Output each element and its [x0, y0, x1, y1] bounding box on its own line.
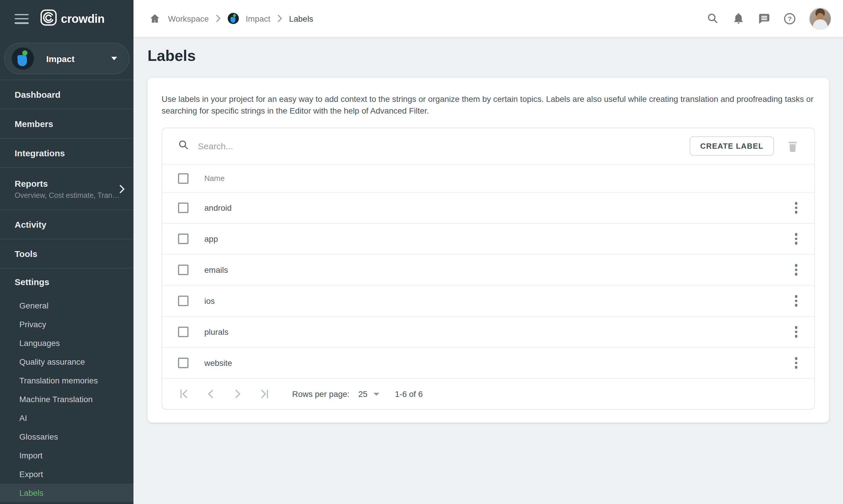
search-icon[interactable] — [706, 12, 719, 25]
sidebar-item-general[interactable]: General — [0, 296, 133, 315]
sidebar-item-labels[interactable]: Labels — [0, 484, 133, 502]
table-row: ios — [162, 286, 814, 317]
prev-page-icon[interactable] — [205, 388, 217, 400]
crowdin-wordmark: crowdin — [61, 12, 105, 25]
label-name: emails — [204, 265, 228, 274]
pagination: Rows per page: 25 1-6 of 6 — [162, 379, 814, 409]
chevron-down-icon — [111, 57, 117, 60]
breadcrumb-workspace[interactable]: Workspace — [168, 14, 209, 23]
sidebar-item-quality-assurance[interactable]: Quality assurance — [0, 353, 133, 371]
search-icon — [178, 139, 189, 153]
rows-per-page-label: Rows per page: — [292, 389, 349, 399]
settings-header: Settings — [0, 276, 133, 289]
table-row: website — [162, 348, 814, 379]
user-avatar[interactable] — [809, 7, 831, 30]
row-menu-icon[interactable] — [790, 325, 803, 338]
column-header-name: Name — [204, 174, 225, 183]
chevron-right-icon — [120, 184, 125, 193]
last-page-icon[interactable] — [259, 388, 270, 400]
table-row: android — [162, 193, 814, 223]
labels-description: Use labels in your project for an easy w… — [162, 94, 815, 116]
pagination-controls — [178, 388, 270, 400]
first-page-icon[interactable] — [178, 388, 190, 400]
sidebar-item-export[interactable]: Export — [0, 465, 133, 484]
search-field — [178, 139, 689, 153]
app-window: crowdin Workspace Impact Labels — [0, 0, 843, 504]
help-icon[interactable]: ? — [783, 12, 796, 25]
table-row: app — [162, 223, 814, 255]
sidebar-item-integrations[interactable]: Integrations — [0, 139, 133, 168]
sidebar: Impact Dashboard Members Integrations Re… — [0, 37, 133, 504]
crowdin-mark-icon — [40, 10, 57, 28]
project-switcher[interactable]: Impact — [4, 43, 129, 74]
topbar-actions: ? — [706, 7, 843, 30]
label-name: plurals — [204, 327, 229, 337]
sidebar-item-privacy[interactable]: Privacy — [0, 315, 133, 334]
label-name: android — [204, 203, 232, 213]
table-row: plurals — [162, 317, 814, 348]
rows-per-page-select[interactable]: 25 — [358, 389, 379, 399]
chevron-right-icon — [216, 15, 221, 22]
row-checkbox[interactable] — [178, 358, 189, 368]
breadcrumb-current: Labels — [289, 14, 313, 23]
sidebar-item-reports[interactable]: Reports Overview, Cost estimate, Transl.… — [0, 168, 133, 210]
chat-icon[interactable] — [757, 12, 770, 25]
labels-card: Use labels in your project for an easy w… — [147, 78, 829, 422]
menu-icon[interactable] — [15, 14, 29, 24]
sidebar-item-members[interactable]: Members — [0, 109, 133, 139]
row-menu-icon[interactable] — [790, 232, 803, 245]
row-menu-icon[interactable] — [790, 201, 803, 214]
row-checkbox[interactable] — [178, 295, 189, 306]
create-label-button[interactable]: CREATE LABEL — [689, 137, 774, 156]
sidebar-item-languages[interactable]: Languages — [0, 334, 133, 353]
sidebar-item-translation-memories[interactable]: Translation memories — [0, 371, 133, 390]
reports-subtitle: Overview, Cost estimate, Transl... — [15, 192, 123, 200]
project-logo — [12, 48, 34, 70]
sidebar-item-glossaries[interactable]: Glossaries — [0, 427, 133, 446]
row-menu-icon[interactable] — [790, 264, 803, 276]
sidebar-item-import[interactable]: Import — [0, 446, 133, 465]
sidebar-item-dashboard[interactable]: Dashboard — [0, 80, 133, 109]
bell-icon[interactable] — [732, 12, 745, 25]
row-checkbox[interactable] — [178, 327, 189, 337]
home-icon[interactable] — [148, 12, 161, 25]
topbar: crowdin Workspace Impact Labels — [0, 0, 843, 37]
pagination-range: 1-6 of 6 — [395, 389, 423, 399]
trash-icon[interactable] — [787, 140, 799, 152]
table-row: emails — [162, 255, 814, 286]
sidebar-item-activity[interactable]: Activity — [0, 210, 133, 239]
table-header: Name — [162, 164, 814, 193]
search-input[interactable] — [197, 141, 689, 151]
label-name: app — [204, 234, 218, 244]
label-name: website — [204, 358, 232, 367]
topbar-main: Workspace Impact Labels — [133, 0, 843, 37]
project-logo — [228, 13, 239, 24]
sidebar-item-tools[interactable]: Tools — [0, 239, 133, 269]
row-menu-icon[interactable] — [790, 357, 803, 370]
rows-per-page-value: 25 — [358, 389, 367, 399]
select-all-checkbox[interactable] — [178, 173, 189, 183]
sidebar-item-ai[interactable]: AI — [0, 409, 133, 427]
topbar-brand-area: crowdin — [0, 0, 133, 37]
labels-list-box: CREATE LABEL Name android — [162, 128, 815, 410]
chevron-down-icon — [373, 393, 379, 395]
crowdin-logo[interactable]: crowdin — [40, 10, 105, 28]
row-checkbox[interactable] — [178, 234, 189, 244]
row-checkbox[interactable] — [178, 265, 189, 275]
next-page-icon[interactable] — [232, 388, 244, 400]
sidebar-item-machine-translation[interactable]: Machine Translation — [0, 390, 133, 409]
chevron-right-icon — [277, 15, 282, 22]
sidebar-settings-section: Settings General Privacy Languages Quali… — [0, 269, 133, 502]
row-menu-icon[interactable] — [790, 294, 803, 307]
breadcrumb-project[interactable]: Impact — [246, 14, 270, 23]
project-name: Impact — [46, 54, 75, 64]
svg-text:?: ? — [788, 15, 792, 22]
settings-items: General Privacy Languages Quality assura… — [0, 296, 133, 502]
main-content: Labels Use labels in your project for an… — [133, 37, 843, 504]
label-name: ios — [204, 296, 215, 306]
sidebar-nav: Dashboard Members Integrations Reports O… — [0, 79, 133, 269]
labels-toolbar: CREATE LABEL — [162, 128, 814, 164]
row-checkbox[interactable] — [178, 202, 189, 213]
page-title: Labels — [147, 46, 843, 66]
breadcrumb: Workspace Impact Labels — [148, 12, 313, 25]
